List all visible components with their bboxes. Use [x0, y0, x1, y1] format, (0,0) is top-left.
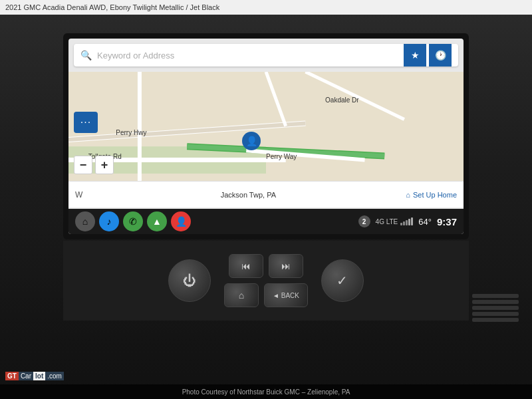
fast-forward-button[interactable]: ⏭: [269, 254, 303, 278]
check-icon: ✓: [336, 273, 348, 289]
map-area[interactable]: Perry Hwy Tollgate Rd Oakdale Dr Perry W…: [68, 72, 464, 207]
signal-bar-4: [408, 219, 410, 225]
footer-bar: Photo Courtesy of Northstar Buick GMC – …: [0, 384, 532, 399]
dock-nav-icons: ⌂ ♪ ✆ ▲ 👤: [75, 211, 191, 231]
check-knob[interactable]: ✓: [321, 259, 364, 302]
current-location-pin: 👤: [242, 132, 261, 150]
physical-controls-area: ⏻ ⏮ ⏭ ⌂ ◄ BACK ✓: [63, 241, 469, 321]
rewind-button[interactable]: ⏮: [229, 254, 263, 278]
dock-phone-icon[interactable]: ✆: [123, 211, 143, 231]
dock-home-icon[interactable]: ⌂: [75, 211, 95, 231]
center-control-group: ⏮ ⏭ ⌂ ◄ BACK: [224, 254, 308, 307]
search-action-buttons: ★ 🕐: [404, 44, 452, 66]
location-text: Jackson Twp, PA: [90, 191, 406, 199]
car-color: Ebony Twilight Metallic: [110, 3, 184, 11]
power-knob[interactable]: ⏻: [168, 259, 211, 302]
oakdale-dr-label: Oakdale Dr: [325, 96, 359, 104]
map-menu-button[interactable]: ···: [74, 112, 98, 133]
signal-label: 4G LTE: [376, 218, 398, 225]
signal-bar-2: [403, 221, 405, 225]
dock-music-icon[interactable]: ♪: [99, 211, 119, 231]
dots-icon: ···: [80, 116, 91, 128]
home-nav-icon: ⌂: [82, 216, 88, 227]
home-ctrl-icon: ⌂: [239, 290, 244, 301]
signal-area: 4G LTE: [376, 217, 414, 225]
back-icon: ◄ BACK: [273, 292, 299, 299]
bottom-control-row: ⌂ ◄ BACK: [224, 283, 308, 307]
pin-icon: 👤: [246, 136, 257, 146]
navigation-nav-icon: ▲: [152, 216, 162, 227]
zoom-out-button[interactable]: −: [74, 156, 92, 174]
map-background: Perry Hwy Tollgate Rd Oakdale Dr Perry W…: [68, 72, 464, 207]
gtcarlot-watermark: GT Car lot .com: [5, 372, 64, 380]
infotainment-dock: ⌂ ♪ ✆ ▲ 👤 2: [68, 209, 464, 234]
search-bar[interactable]: 🔍 Keyword or Address ★ 🕐: [74, 44, 458, 66]
power-icon: ⏻: [183, 273, 196, 289]
back-button[interactable]: ◄ BACK: [264, 283, 308, 307]
footer-text: Photo Courtesy of Northstar Buick GMC – …: [182, 388, 350, 396]
search-input[interactable]: Keyword or Address: [97, 51, 404, 61]
phone-nav-icon: ✆: [129, 216, 137, 227]
home-icon: ⌂: [406, 191, 410, 199]
fast-forward-icon: ⏭: [281, 261, 291, 271]
watermark-com: .com: [45, 372, 64, 380]
dock-nav-icon[interactable]: ▲: [147, 211, 167, 231]
zoom-in-button[interactable]: +: [95, 156, 114, 174]
car-title: 2021 GMC Acadia Denali AWD,: [5, 3, 108, 11]
infotainment-screen: 🔍 Keyword or Address ★ 🕐: [68, 39, 464, 234]
perry-way-label: Perry Way: [266, 153, 297, 160]
temperature-display: 64°: [418, 217, 432, 227]
signal-bar-3: [406, 220, 408, 225]
signal-bars: [400, 217, 413, 225]
music-nav-icon: ♪: [107, 216, 112, 227]
stripe-decoration: [472, 294, 519, 327]
set-up-home-label: Set Up Home: [413, 191, 457, 199]
signal-bar-1: [400, 223, 402, 225]
watermark-gt: GT: [5, 372, 19, 380]
person-nav-icon: 👤: [176, 216, 187, 227]
notification-badge: 2: [358, 215, 370, 227]
home-button[interactable]: ⌂: [224, 283, 259, 307]
car-interior: Jet Black: [190, 3, 220, 11]
screen-bezel: 🔍 Keyword or Address ★ 🕐: [63, 33, 469, 239]
watermark-lot: lot: [33, 372, 45, 380]
rewind-icon: ⏮: [241, 261, 251, 271]
history-button[interactable]: 🕐: [429, 44, 452, 66]
signal-bar-5: [411, 217, 413, 225]
perry-hwy-label: Perry Hwy: [116, 129, 146, 136]
search-icon: 🔍: [80, 50, 92, 61]
watermark-car: Car: [19, 372, 33, 380]
compass-indicator: W: [75, 190, 82, 200]
header-bar: 2021 GMC Acadia Denali AWD, Ebony Twilig…: [0, 0, 532, 15]
top-control-row: ⏮ ⏭: [229, 254, 303, 278]
dock-person-icon[interactable]: 👤: [171, 211, 191, 231]
dock-status-area: 2 4G LTE 64° 9:37: [358, 215, 457, 227]
map-bottom-bar: W Jackson Twp, PA ⌂ Set Up Home: [68, 181, 464, 207]
zoom-controls: − +: [74, 156, 114, 174]
time-display: 9:37: [437, 216, 457, 227]
favorites-button[interactable]: ★: [404, 44, 426, 66]
set-up-home-button[interactable]: ⌂ Set Up Home: [406, 191, 457, 199]
car-interior-bg: 🔍 Keyword or Address ★ 🕐: [0, 15, 532, 399]
